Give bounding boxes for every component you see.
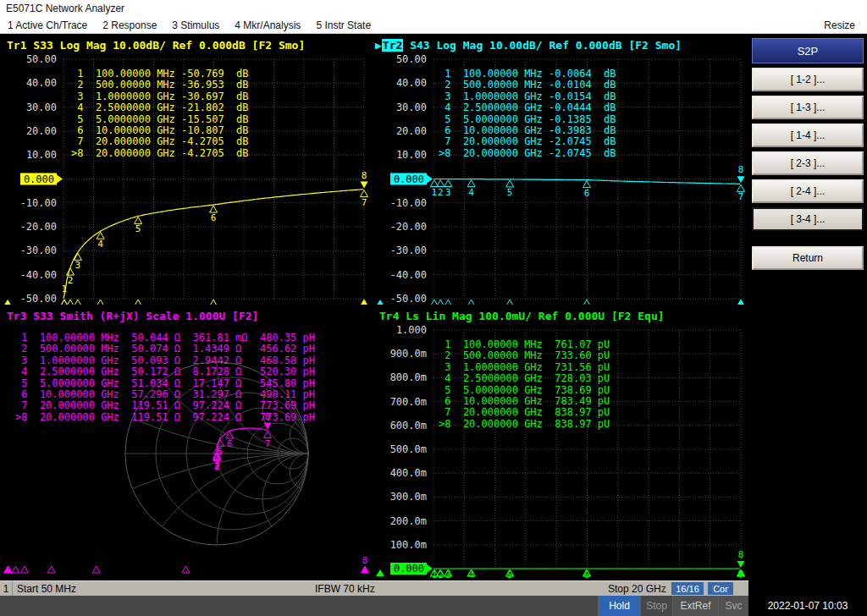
softkey-button-2-3[interactable]: [ 2-3 ]...	[752, 151, 864, 175]
svg-text:400.0m: 400.0m	[390, 467, 427, 479]
menu-item-1[interactable]: 1 Active Ch/Trace	[0, 19, 95, 31]
tr3-plot-canvas: 123456788	[0, 305, 373, 580]
svg-text:4: 4	[468, 187, 474, 198]
svg-text:2: 2	[438, 187, 444, 198]
softkey-button-1-2[interactable]: [ 1-2 ]...	[752, 68, 864, 91]
menu-items: 1 Active Ch/Trace2 Response3 Stimulus4 M…	[0, 19, 378, 31]
svg-text:-20.00: -20.00	[20, 221, 57, 233]
svg-text:7: 7	[362, 197, 367, 208]
graph-tr3[interactable]: Tr3 S33 Smith (R+jX) Scale 1.000U [F2] 1…	[0, 305, 373, 580]
datetime-readout: 2022-01-07 10:03	[748, 596, 867, 616]
app-title: E5071C Network Analyzer	[6, 3, 124, 14]
menu-item-3[interactable]: 3 Stimulus	[164, 19, 227, 31]
svg-text:50.00: 50.00	[396, 53, 427, 65]
softkey-button-2-4[interactable]: [ 2-4 ]...	[752, 179, 864, 203]
trace-label: Tr1	[7, 39, 26, 52]
trace-title-tr3[interactable]: Tr3 S33 Smith (R+jX) Scale 1.000U [F2]	[7, 310, 258, 322]
svg-text:6: 6	[211, 212, 217, 223]
svg-text:10.00: 10.00	[396, 149, 427, 161]
svg-text:-40.00: -40.00	[390, 269, 427, 281]
graph-tr2[interactable]: ▶Tr2 S43 Log Mag 10.00dB/ Ref 0.000dB [F…	[373, 34, 748, 305]
svg-text:6: 6	[584, 188, 590, 199]
softkey-menu-title: S2P	[752, 38, 864, 63]
tr4-plot-canvas: 1.000900.0m800.0m700.0m600.0m500.0m400.0…	[373, 305, 748, 580]
graph-tr1[interactable]: Tr1 S33 Log Mag 10.00dB/ Ref 0.000dB [F2…	[0, 34, 373, 305]
svg-text:8: 8	[362, 170, 367, 181]
svg-text:8: 8	[265, 411, 271, 422]
svg-text:40.00: 40.00	[26, 77, 57, 89]
trigger-stop-indicator: Stop	[640, 596, 672, 616]
svg-text:-20.00: -20.00	[390, 221, 427, 233]
svg-text:-40.00: -40.00	[20, 269, 57, 281]
svg-text:800.0m: 800.0m	[390, 371, 427, 383]
graph-area: Tr1 S33 Log Mag 10.00dB/ Ref 0.000dB [F2…	[0, 34, 748, 580]
svg-text:900.0m: 900.0m	[390, 348, 427, 360]
instrument-status-bar: Hold Stop ExtRef Svc 2022-01-07 10:03	[0, 596, 867, 616]
svg-text:0.000: 0.000	[394, 173, 424, 185]
svg-text:500.0m: 500.0m	[390, 443, 427, 455]
svg-text:0.000: 0.000	[24, 173, 54, 185]
trace-title-tr4[interactable]: Tr4 Ls Lin Mag 100.0mU/ Ref 0.000U [F2 E…	[379, 310, 665, 322]
svg-text:2: 2	[438, 569, 444, 580]
svg-text:5: 5	[135, 223, 141, 234]
svg-text:-10.00: -10.00	[390, 197, 427, 209]
svg-text:100.0m: 100.0m	[390, 539, 427, 551]
svg-text:4: 4	[97, 239, 103, 250]
trace-format-readout: Ls Lin Mag 100.0mU/ Ref 0.000U [F2 Equ]	[399, 310, 664, 322]
svg-text:8: 8	[738, 164, 744, 175]
menu-item-2[interactable]: 2 Response	[95, 19, 164, 31]
sweep-stop-readout: Stop 20 GHz	[608, 581, 666, 596]
tr1-plot-canvas: 50.0040.0030.0020.0010.000.000-10.00-20.…	[0, 34, 373, 305]
external-reference-indicator: ExtRef	[672, 596, 718, 616]
svg-text:200.0m: 200.0m	[390, 515, 427, 527]
svg-text:7: 7	[265, 438, 271, 449]
svg-text:30.00: 30.00	[26, 102, 57, 113]
svg-text:-10.00: -10.00	[20, 197, 57, 209]
softkey-button-3-4[interactable]: [ 3-4 ]...	[752, 207, 864, 231]
svg-text:20.00: 20.00	[26, 125, 57, 137]
svg-text:1.000: 1.000	[396, 324, 427, 336]
svg-text:-30.00: -30.00	[20, 245, 57, 256]
svg-text:700.0m: 700.0m	[390, 396, 427, 408]
service-indicator: Svc	[718, 596, 748, 616]
svg-text:7: 7	[738, 191, 744, 202]
trace-label: Tr2	[382, 39, 403, 52]
status-bar-filler	[0, 596, 598, 616]
return-button[interactable]: Return	[752, 246, 864, 270]
svg-text:-50.00: -50.00	[390, 293, 427, 305]
sweep-start-readout: Start 50 MHz	[17, 581, 76, 596]
trace-label: Tr3	[7, 310, 26, 322]
active-trace-arrow: ▶	[375, 39, 382, 52]
title-bar: E5071C Network Analyzer	[0, 0, 867, 17]
svg-text:50.00: 50.00	[26, 53, 57, 65]
svg-text:1: 1	[62, 283, 68, 294]
channel-status-bar: 1 Start 50 MHz IFBW 70 kHz Stop 20 GHz 1…	[0, 580, 748, 596]
svg-text:-30.00: -30.00	[390, 245, 427, 256]
channel-number: 1	[0, 581, 13, 596]
trace-format-readout: S33 Smith (R+jX) Scale 1.000U [F2]	[26, 310, 258, 322]
trace-title-tr1[interactable]: Tr1 S33 Log Mag 10.00dB/ Ref 0.000dB [F2…	[7, 39, 305, 52]
softkey-list: [ 1-2 ]...[ 1-3 ]...[ 1-4 ]...[ 2-3 ]...…	[752, 68, 864, 231]
softkey-button-1-3[interactable]: [ 1-3 ]...	[752, 96, 864, 119]
menu-item-4[interactable]: 4 Mkr/Analysis	[227, 19, 308, 31]
svg-text:8: 8	[738, 549, 744, 560]
svg-text:1: 1	[432, 187, 438, 198]
trace-format-readout: S33 Log Mag 10.00dB/ Ref 0.000dB [F2 Smo…	[26, 39, 305, 52]
svg-text:6: 6	[584, 569, 590, 580]
svg-text:3: 3	[445, 187, 451, 198]
svg-text:300.0m: 300.0m	[390, 491, 427, 503]
svg-text:-50.00: -50.00	[20, 293, 57, 305]
menu-item-5[interactable]: 5 Instr State	[308, 19, 378, 31]
tr2-plot-canvas: 50.0040.0030.0020.0010.000.000-10.00-20.…	[373, 34, 748, 305]
graph-tr4[interactable]: Tr4 Ls Lin Mag 100.0mU/ Ref 0.000U [F2 E…	[373, 305, 748, 580]
resize-button[interactable]: Resize	[812, 19, 867, 31]
averaging-counter-badge: 16/16	[671, 582, 704, 595]
svg-text:5: 5	[507, 569, 513, 580]
svg-text:1: 1	[432, 569, 438, 580]
trace-title-tr2[interactable]: ▶Tr2 S43 Log Mag 10.00dB/ Ref 0.000dB [F…	[375, 39, 682, 52]
ifbw-readout: IFBW 70 kHz	[315, 581, 375, 596]
svg-text:40.00: 40.00	[396, 77, 427, 89]
svg-text:5: 5	[218, 446, 224, 457]
softkey-button-1-4[interactable]: [ 1-4 ]...	[752, 124, 864, 147]
softkey-panel: S2P [ 1-2 ]...[ 1-3 ]...[ 1-4 ]...[ 2-3 …	[748, 34, 867, 580]
